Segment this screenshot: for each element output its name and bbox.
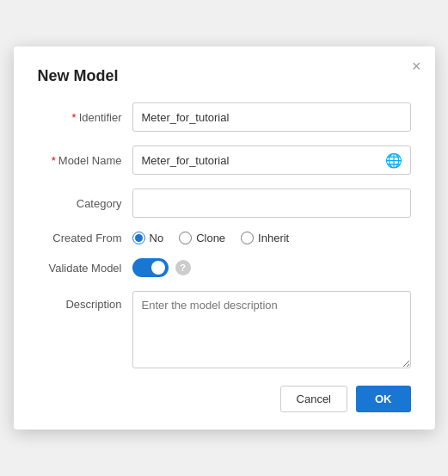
validate-toggle[interactable] (132, 258, 169, 277)
category-input[interactable] (132, 189, 411, 218)
created-from-row: Created From No Clone Inherit (38, 232, 411, 244)
required-star-2: * (52, 154, 56, 167)
model-name-label: *Model Name (38, 154, 132, 167)
radio-clone-text: Clone (196, 232, 225, 244)
close-button[interactable]: × (412, 59, 421, 74)
category-label: Category (38, 197, 132, 210)
dialog-footer: Cancel OK (38, 386, 411, 412)
radio-clone-label[interactable]: Clone (179, 232, 225, 244)
validate-row: Validate Model ? (38, 258, 411, 277)
validate-toggle-row: ? (132, 258, 191, 277)
description-textarea[interactable] (132, 291, 411, 368)
new-model-dialog: × New Model *Identifier *Model Name 🌐 Ca… (14, 46, 435, 430)
model-name-row: *Model Name 🌐 (38, 145, 411, 175)
cancel-button[interactable]: Cancel (280, 386, 347, 412)
dialog-title: New Model (38, 67, 411, 85)
model-name-input[interactable] (132, 145, 411, 175)
identifier-row: *Identifier (38, 102, 411, 132)
created-from-radio-group: No Clone Inherit (132, 232, 411, 244)
created-from-label: Created From (38, 232, 132, 244)
radio-inherit-text: Inherit (258, 232, 289, 244)
required-star: * (72, 111, 77, 124)
description-label: Description (38, 291, 132, 311)
identifier-input[interactable] (132, 102, 411, 132)
toggle-slider (132, 258, 169, 277)
help-icon[interactable]: ? (175, 260, 191, 275)
ok-button[interactable]: OK (356, 386, 411, 412)
radio-no-text: No (150, 232, 164, 244)
validate-label: Validate Model (38, 262, 132, 275)
identifier-label: *Identifier (38, 111, 132, 124)
description-row: Description (38, 291, 411, 368)
radio-inherit[interactable] (241, 232, 254, 244)
category-row: Category (38, 189, 411, 218)
radio-no[interactable] (132, 232, 145, 244)
model-name-input-wrapper: 🌐 (132, 145, 411, 175)
globe-icon[interactable]: 🌐 (385, 152, 402, 169)
radio-inherit-label[interactable]: Inherit (241, 232, 289, 244)
radio-no-label[interactable]: No (132, 232, 164, 244)
radio-clone[interactable] (179, 232, 192, 244)
